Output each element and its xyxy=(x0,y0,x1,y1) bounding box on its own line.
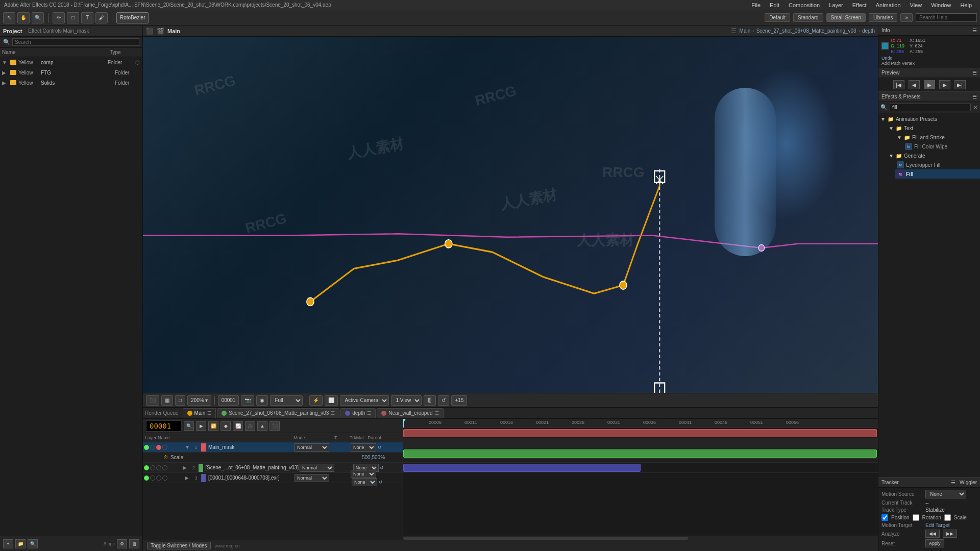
stopwatch-icon[interactable]: ⏱ xyxy=(163,455,168,460)
tab-near-wall[interactable]: Near_wall_cropped ☰ xyxy=(377,408,443,418)
vc-render[interactable]: ◉ xyxy=(256,395,268,406)
vc-exposure[interactable]: +15 xyxy=(451,395,467,406)
text-group-header[interactable]: ▼ 📁 Text xyxy=(887,123,980,133)
toolbar-roto[interactable]: RotoBezier xyxy=(116,12,149,23)
vc-view-select[interactable]: 1 View xyxy=(391,395,422,406)
menu-effect[interactable]: Effect xyxy=(848,1,871,9)
tab-close-scene27[interactable]: ☰ xyxy=(331,411,335,416)
toolbar-paint-tool[interactable]: 🖌 xyxy=(95,12,108,23)
preview-step-fwd-btn[interactable]: ▶ xyxy=(939,80,950,89)
toolbar-pen-tool[interactable]: ✏ xyxy=(53,12,65,23)
tl-graph-btn[interactable]: 📈 xyxy=(233,421,243,431)
timecode-display[interactable]: 00001 xyxy=(146,420,182,432)
vc-safe[interactable]: □ xyxy=(175,395,185,406)
expand-icon[interactable]: ▶ xyxy=(2,70,8,76)
lock-dot-2[interactable] xyxy=(162,465,167,470)
breadcrumb-matte[interactable]: Scene_27_shot_06+08_Matte_painting_v03 xyxy=(756,28,856,34)
position-checkbox[interactable] xyxy=(881,514,888,521)
audio-dot-3[interactable] xyxy=(150,475,155,481)
parent-select-1[interactable]: None xyxy=(351,443,376,452)
effects-menu-icon[interactable]: ☰ xyxy=(972,94,977,99)
menu-animation[interactable]: Animation xyxy=(872,1,905,9)
workspace-more[interactable]: » xyxy=(900,13,913,22)
effects-presets-header[interactable]: Effects & Presets ☰ xyxy=(878,92,980,102)
tab-main[interactable]: Main ☰ xyxy=(183,408,216,418)
vc-resolution-select[interactable]: Full Half Third Quarter xyxy=(270,395,303,406)
preview-panel-header[interactable]: Preview ☰ xyxy=(878,68,980,78)
vc-reset-exposure[interactable]: ↺ xyxy=(438,395,449,406)
analyze-btn[interactable]: ◀◀ xyxy=(925,530,940,538)
vc-comp-settings[interactable]: 🎛 xyxy=(424,395,436,406)
settings-btn[interactable]: ⚙ xyxy=(117,539,127,548)
apply-btn[interactable]: Apply xyxy=(925,539,944,547)
solo-dot-1[interactable] xyxy=(156,445,161,450)
tl-camera-btn[interactable]: 🎥 xyxy=(245,421,255,431)
parent-select-par-3[interactable]: None xyxy=(352,478,377,486)
visibility-dot-1[interactable] xyxy=(144,445,149,450)
toggle-switches-btn[interactable]: Toggle Switches / Modes xyxy=(147,542,211,549)
info-panel-header[interactable]: Info ☰ xyxy=(878,26,980,36)
list-item[interactable]: ▼ Yellow comp Folder ⬡ xyxy=(0,57,142,67)
menu-composition[interactable]: Composition xyxy=(785,1,824,9)
search-help-input[interactable] xyxy=(916,13,977,22)
effects-search-input[interactable] xyxy=(890,104,971,111)
mode-select-2[interactable]: Normal xyxy=(300,464,334,472)
vc-transparent[interactable]: ⬜ xyxy=(325,395,338,406)
tab-depth[interactable]: depth ☰ xyxy=(340,408,376,418)
vc-camera-select[interactable]: Active Camera xyxy=(340,395,389,406)
tl-search-btn[interactable]: 🔍 xyxy=(184,421,194,431)
layer-name-1[interactable]: Main_mask xyxy=(207,444,295,450)
audio-dot-2[interactable] xyxy=(150,465,155,470)
preview-step-back-btn[interactable]: ◀ xyxy=(909,80,920,89)
color-swatch[interactable] xyxy=(881,42,889,49)
delete-btn[interactable]: 🗑 xyxy=(129,539,139,548)
layer-row[interactable]: ▼ 1 Main_mask Normal None xyxy=(143,442,403,453)
vc-snapshot[interactable]: 📷 xyxy=(241,395,254,406)
lock-dot-3[interactable] xyxy=(162,475,167,481)
layer-row[interactable]: ▶ 3 [00001.[0000648-0000703].exr] Normal xyxy=(143,473,403,483)
tab-close-main[interactable]: ☰ xyxy=(207,411,211,416)
solo-dot-3[interactable] xyxy=(156,475,161,481)
timeline-ruler[interactable]: 00006 00011 00016 00021 00026 00031 0003… xyxy=(403,419,878,428)
list-item[interactable]: ▶ Yellow Solids Folder xyxy=(0,78,142,88)
menu-layer[interactable]: Layer xyxy=(825,1,847,9)
timeline-scroll[interactable] xyxy=(403,536,878,540)
workspace-libraries[interactable]: Libraries xyxy=(869,13,897,22)
timeline-scroll-thumb[interactable] xyxy=(403,537,688,540)
preview-play-btn[interactable]: ▶ xyxy=(924,80,935,89)
menu-help[interactable]: Help xyxy=(956,1,976,9)
breadcrumb-main[interactable]: Main xyxy=(740,28,751,34)
analyze-fwd-btn[interactable]: ▶▶ xyxy=(943,530,957,538)
visibility-dot-2[interactable] xyxy=(144,465,149,470)
menu-edit[interactable]: Edit xyxy=(766,1,783,9)
toolbar-zoom-tool[interactable]: 🔍 xyxy=(32,12,44,23)
vc-timecode[interactable]: 00001 xyxy=(218,395,239,406)
effect-item-fill[interactable]: fx Fill xyxy=(895,169,980,179)
workspace-default[interactable]: Default xyxy=(765,13,790,22)
vc-grid[interactable]: ▦ xyxy=(161,395,173,406)
mode-select-3[interactable]: Normal xyxy=(295,474,329,482)
tl-loop-btn[interactable]: 🔁 xyxy=(208,421,218,431)
audio-dot-1[interactable] xyxy=(150,445,155,450)
track-lane-3[interactable] xyxy=(403,463,878,473)
info-menu-icon[interactable]: ☰ xyxy=(972,28,977,33)
track-lane-scale[interactable] xyxy=(403,438,878,448)
project-search-input[interactable] xyxy=(12,38,139,46)
layer-expand-3[interactable]: ▶ xyxy=(185,475,192,481)
visibility-dot-3[interactable] xyxy=(144,475,149,481)
prop-value-scale[interactable]: 500,500% xyxy=(362,455,403,460)
layer-expand-1[interactable]: ▼ xyxy=(185,444,192,450)
tracker-menu-icon[interactable]: ☰ xyxy=(951,480,955,485)
toolbar-text-tool[interactable]: T xyxy=(81,12,93,23)
track-lane-2[interactable] xyxy=(403,448,878,459)
layer-expand-2[interactable]: ▶ xyxy=(183,465,189,470)
fill-stroke-header[interactable]: ▼ 📁 Fill and Stroke xyxy=(895,133,980,142)
tl-comp-btn[interactable]: ⬛ xyxy=(270,421,280,431)
menu-file[interactable]: File xyxy=(747,1,765,9)
workspace-small-screen[interactable]: Small Screen xyxy=(826,13,866,22)
toolbar-shape-tool[interactable]: □ xyxy=(67,12,79,23)
list-item[interactable]: ▶ Yellow FTG Folder xyxy=(0,67,142,78)
vc-zoom[interactable]: 200% ▾ xyxy=(187,395,211,406)
expand-icon[interactable]: ▼ xyxy=(2,60,8,65)
layer-name-3[interactable]: [00001.[0000648-0000703].exr] xyxy=(207,475,295,481)
